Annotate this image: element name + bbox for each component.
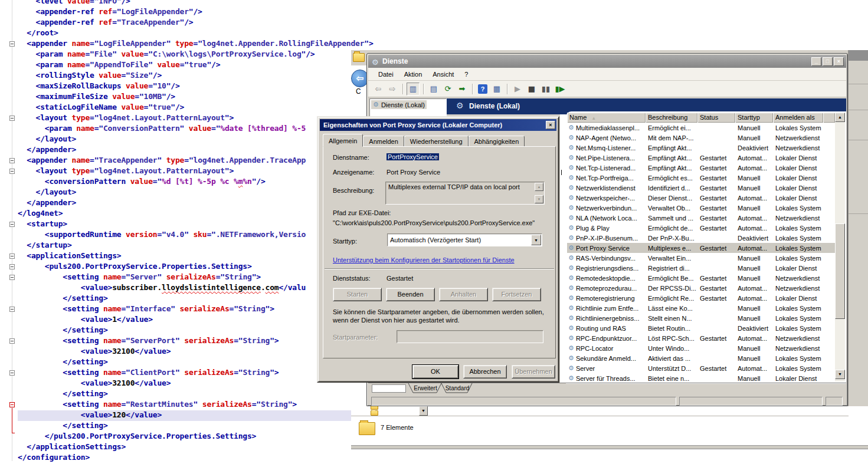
restart-service-icon[interactable]: ▮▶ [553, 83, 566, 96]
maximize-button[interactable]: □ [823, 57, 833, 66]
column-header-starttyp[interactable]: Starttyp [735, 113, 773, 123]
service-row[interactable]: ⚙Server für Threads...Bietet eine n...Ma… [567, 373, 835, 383]
fold-toggle-icon[interactable] [9, 254, 15, 259]
tab-erweitert[interactable]: Erweitert [414, 385, 437, 391]
close-button[interactable]: × [834, 57, 844, 66]
export-list-icon[interactable]: ➡ [456, 83, 469, 96]
menu-ansicht[interactable]: Ansicht [427, 69, 459, 80]
close-icon[interactable]: × [546, 121, 555, 129]
service-row[interactable]: ⚙RPC-LocatorUnter Windo...ManuellNetzwer… [567, 343, 835, 353]
action-pane-icon[interactable]: ▦ [490, 83, 503, 96]
fold-toggle-icon[interactable] [9, 116, 15, 121]
service-row[interactable]: ⚙Net.Tcp-Portfreiga...Ermöglicht es...Ge… [567, 173, 835, 183]
help-icon[interactable]: ? [476, 83, 489, 96]
service-row[interactable]: ⚙Registrierungsdiens...Registriert di...… [567, 263, 835, 273]
cell: Lokaler Dienst [773, 195, 823, 202]
code-line: <puls200.PortProxyService.Properties.Set… [18, 262, 351, 272]
service-row[interactable]: ⚙Sekundäre Anmeld...Aktiviert das ...Man… [567, 353, 835, 363]
services-titlebar[interactable]: ⚙ Dienste _□× [368, 55, 846, 68]
fold-toggle-icon[interactable] [9, 338, 15, 344]
forward-icon[interactable]: ⇨ [386, 83, 399, 96]
service-row[interactable]: ⚙RemoteregistrierungErmöglicht Re...Gest… [567, 293, 835, 303]
startoptionen-link[interactable]: Unterstützung beim Konfigurieren der Sta… [333, 256, 515, 264]
tab-allgemein[interactable]: Allgemein [323, 134, 363, 147]
cell: Lokales System [773, 225, 823, 232]
code-line: <appender-ref ref="TraceAppender"/> [18, 18, 351, 28]
minimize-button[interactable]: _ [811, 57, 821, 66]
code-lines: <level value="INFO"/> <appender-ref ref=… [18, 0, 351, 463]
service-row[interactable]: ⚙NAP-Agent (Netwo...Mit dem NAP-...Manue… [567, 133, 835, 143]
scroll-down-icon[interactable]: ▼ [835, 370, 845, 379]
scroll-down-icon[interactable]: ▼ [535, 195, 543, 203]
show-console-tree-icon[interactable]: ▥ [407, 83, 420, 96]
service-row[interactable]: ⚙Routing und RASBietet Routin...Deaktivi… [567, 323, 835, 333]
menu-hilfe[interactable]: ? [459, 69, 473, 80]
fold-toggle-icon[interactable] [9, 41, 15, 47]
starttyp-select[interactable]: Automatisch (Verzögerter Start) ▼ [387, 233, 542, 246]
pause-service-icon[interactable]: ▮▮ [539, 83, 552, 96]
fold-toggle-icon[interactable] [9, 402, 15, 407]
service-row[interactable]: ⚙Netzwerkspeicher-...Dieser Dienst...Ges… [567, 193, 835, 203]
scrollbar-thumb[interactable] [835, 223, 845, 319]
start-service-icon[interactable]: ▶ [511, 83, 524, 96]
properties-icon[interactable]: ▤ [427, 83, 440, 96]
fold-toggle-icon[interactable] [9, 307, 15, 312]
services-table: Name▲BeschreibungStatusStarttypAnmelden … [566, 111, 846, 384]
folder-list-item[interactable] [371, 410, 378, 416]
service-row[interactable]: ⚙Net.Tcp-Listenerad...Empfängt Akt...Ges… [567, 163, 835, 173]
abbrechen-button[interactable]: Abbrechen [463, 365, 507, 379]
service-row[interactable]: ⚙NetzwerklistendienstIdentifiziert d...G… [567, 183, 835, 193]
column-header-beschreibung[interactable]: Beschreibung [646, 113, 697, 123]
cell: Gestartet [697, 154, 735, 162]
cell: Automat... [735, 295, 773, 302]
service-row[interactable]: ⚙Multimediaklassenpl...Ermöglicht ei...M… [567, 123, 835, 133]
beenden-button[interactable]: Beenden [386, 288, 435, 301]
fold-toggle-icon[interactable] [9, 370, 15, 376]
service-row[interactable]: ⚙Remotedesktopdie...Ermöglicht Be...Gest… [567, 273, 835, 283]
service-row[interactable]: ⚙Net.Pipe-Listenera...Empfängt Akt...Ges… [567, 153, 835, 163]
column-header-name[interactable]: Name▲ [567, 113, 646, 123]
refresh-icon[interactable]: ⟳ [441, 83, 454, 96]
service-row[interactable]: ⚙Port Proxy ServiceMultiplexes e...Gesta… [567, 243, 835, 253]
tab-anmelden[interactable]: Anmelden [363, 136, 404, 147]
service-row[interactable]: ⚙Netzwerkverbindun...Verwaltet Ob...Gest… [567, 203, 835, 213]
service-row[interactable]: ⚙Richtlinienergebniss...Stellt einen N..… [567, 313, 835, 323]
service-row[interactable]: ⚙Richtlinie zum Entfe...Lässt eine Ko...… [567, 303, 835, 313]
service-row[interactable]: ⚙Plug & PlayErmöglicht de...GestartetAut… [567, 223, 835, 233]
tree-item-dienste-lokal[interactable]: ⚙ Dienste (Lokal) [371, 100, 427, 109]
tab-abhaengigkeiten[interactable]: Abhängigkeiten [469, 136, 525, 147]
chevron-down-icon[interactable]: ▼ [531, 235, 541, 245]
dialog-titlebar[interactable]: Eigenschaften von Port Proxy Service (Lo… [320, 119, 556, 131]
tab-standard[interactable]: Standard [446, 385, 470, 391]
beschreibung-field[interactable]: Multiplexes external TCP/IP data on loca… [385, 182, 545, 205]
cell: Gestartet [697, 275, 735, 282]
scroll-up-icon[interactable]: ▲ [835, 113, 845, 122]
text-cursor [561, 170, 562, 175]
service-row[interactable]: ⚙RPC-Endpunktzuor...Löst RPC-Sch...Gesta… [567, 333, 835, 343]
menu-aktion[interactable]: Aktion [399, 69, 428, 80]
cell: Empfängt Akt... [646, 144, 697, 152]
tab-wiederherstellung[interactable]: Wiederherstellung [404, 136, 469, 147]
service-row[interactable]: ⚙Remoteprozedurau...Der RPCSS-Di...Gesta… [567, 283, 835, 293]
ok-button[interactable]: OK [412, 365, 458, 379]
column-header-anmeldenals[interactable]: Anmelden als [773, 113, 823, 123]
gear-icon: ⚙ [568, 354, 574, 362]
stop-service-icon[interactable]: ■ [525, 83, 538, 96]
service-row[interactable]: ⚙NLA (Network Loca...Sammelt und ...Gest… [567, 213, 835, 223]
service-row[interactable]: ⚙PnP-X-IP-Busenum...Der PnP-X-Bu...Deakt… [567, 233, 835, 243]
fold-toggle-icon[interactable] [9, 169, 15, 174]
fold-toggle-icon[interactable] [9, 264, 15, 269]
service-row[interactable]: ⚙RAS-Verbindungsv...Verwaltet Ein...Manu… [567, 253, 835, 263]
vertical-scrollbar[interactable]: ▲ ▼ [835, 113, 845, 381]
column-header-status[interactable]: Status [697, 113, 735, 123]
code-line: <startup> [18, 219, 351, 230]
fold-toggle-icon[interactable] [9, 158, 15, 163]
scroll-up-icon[interactable]: ▲ [535, 183, 543, 191]
menu-datei[interactable]: Datei [373, 69, 399, 80]
fold-toggle-icon[interactable] [9, 222, 15, 227]
fold-toggle-icon[interactable] [9, 275, 15, 280]
service-row[interactable]: ⚙ServerUnterstützt D...GestartetAutomat.… [567, 363, 835, 373]
service-row[interactable]: ⚙Net.Msmq-Listener...Empfängt Akt...Deak… [567, 143, 835, 153]
dropdown-icon[interactable]: ▼ [419, 406, 428, 416]
back-icon[interactable]: ⇦ [372, 83, 385, 96]
